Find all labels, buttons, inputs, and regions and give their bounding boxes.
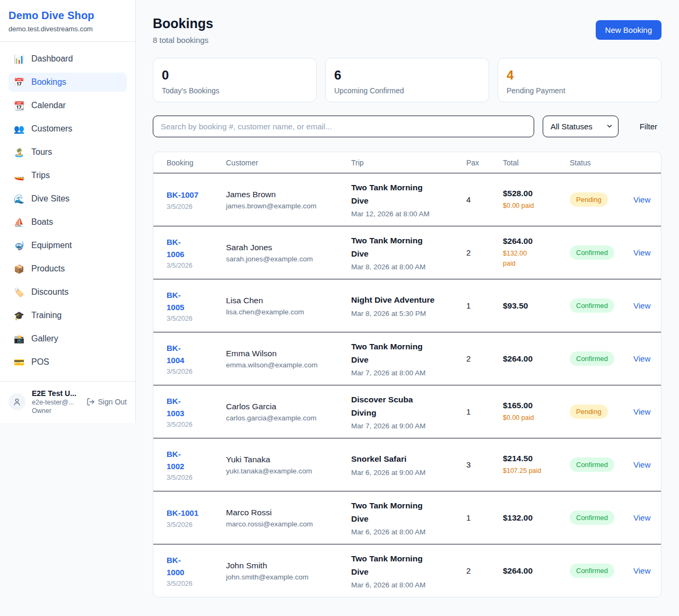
sidebar-user-footer: E2E Test U... e2e-tester@... Owner Sign … (0, 381, 135, 423)
sidebar-item-label: Customers (31, 124, 72, 134)
booking-id-link[interactable]: BK- 1003 (167, 395, 221, 420)
booking-id-link[interactable]: BK-1001 (167, 507, 221, 519)
filter-button[interactable]: Filter (636, 122, 661, 131)
booking-id-link[interactable]: BK- 1002 (167, 448, 221, 473)
trip-name: Two Tank Morning Dive (351, 499, 461, 525)
view-link[interactable]: View (633, 195, 650, 204)
sidebar-item-equipment[interactable]: 🤿 Equipment (8, 236, 127, 255)
new-booking-button[interactable]: New Booking (596, 20, 661, 40)
status-select[interactable]: All Statuses (543, 116, 619, 137)
sidebar-item-trips[interactable]: 🚤 Trips (8, 166, 127, 185)
status-badge: Confirmed (570, 351, 614, 366)
paid-amount: $0.00 paid (503, 413, 564, 423)
sign-out-icon (86, 398, 95, 406)
user-role: Owner (32, 407, 80, 415)
pax-count: 3 (466, 460, 503, 469)
trip-name: Two Tank Morning Dive (351, 552, 461, 578)
stat-card-upcoming-confirmed: 6 Upcoming Confirmed (325, 58, 489, 102)
view-link[interactable]: View (633, 566, 650, 575)
gallery-icon: 📸 (14, 334, 24, 344)
customer-email: carlos.garcia@example.com (226, 414, 346, 422)
sign-out-button[interactable]: Sign Out (86, 398, 127, 406)
sidebar-item-tours[interactable]: 🏝️ Tours (8, 143, 127, 162)
training-icon: 🎓 (14, 311, 24, 321)
table-row: BK- 1000 3/5/2026 John Smith john.smith@… (153, 544, 661, 597)
col-trip: Trip (351, 159, 466, 167)
sidebar-item-discounts[interactable]: 🏷️ Discounts (8, 283, 127, 302)
sidebar-item-customers[interactable]: 👥 Customers (8, 119, 127, 138)
sidebar-item-label: Equipment (31, 241, 72, 250)
trip-datetime: Mar 12, 2026 at 8:00 AM (351, 210, 461, 218)
customer-name: John Smith (226, 561, 346, 570)
customer-email: marco.rossi@example.com (226, 520, 346, 528)
sidebar-item-gallery[interactable]: 📸 Gallery (8, 329, 127, 348)
booking-id-link[interactable]: BK- 1000 (167, 554, 221, 579)
stat-value: 4 (507, 68, 652, 83)
view-link[interactable]: View (633, 354, 650, 363)
booking-date: 3/5/2026 (167, 203, 221, 210)
sidebar-item-products[interactable]: 📦 Products (8, 259, 127, 278)
sidebar-item-boats[interactable]: ⛵ Boats (8, 213, 127, 232)
total-amount: $264.00 (503, 566, 564, 576)
booking-date: 3/5/2026 (167, 580, 221, 587)
page-subtitle: 8 total bookings (153, 36, 213, 45)
pax-count: 1 (466, 301, 503, 310)
user-email: e2e-tester@... (32, 399, 80, 406)
customer-email: sarah.jones@example.com (226, 255, 346, 263)
stat-label: Pending Payment (507, 86, 652, 95)
sidebar-item-label: Gallery (31, 334, 58, 344)
sidebar-item-label: Trips (31, 171, 50, 180)
booking-date: 3/5/2026 (167, 262, 221, 269)
customer-email: john.smith@example.com (226, 573, 346, 581)
booking-id-link[interactable]: BK- 1005 (167, 289, 221, 314)
trips-icon: 🚤 (14, 171, 24, 181)
sidebar-item-label: Discounts (31, 287, 68, 297)
customer-name: Yuki Tanaka (226, 455, 346, 464)
calendar-icon: 📆 (14, 101, 24, 111)
trip-name: Discover Scuba Diving (351, 393, 461, 419)
trip-name: Two Tank Morning Dive (351, 181, 461, 207)
customer-name: Emma Wilson (226, 349, 346, 358)
sidebar-item-bookings[interactable]: 📅 Bookings (8, 73, 127, 92)
sidebar-item-label: Bookings (31, 77, 66, 87)
customer-name: Marco Rossi (226, 508, 346, 517)
booking-id-link[interactable]: BK- 1006 (167, 236, 221, 261)
trip-name: Night Dive Adventure (351, 294, 461, 306)
sidebar-item-training[interactable]: 🎓 Training (8, 306, 127, 325)
pax-count: 2 (466, 566, 503, 575)
booking-date: 3/5/2026 (167, 315, 221, 322)
tours-icon: 🏝️ (14, 147, 24, 157)
sidebar-item-calendar[interactable]: 📆 Calendar (8, 96, 127, 115)
sidebar-item-dashboard[interactable]: 📊 Dashboard (8, 49, 127, 68)
status-select-wrap: All Statuses (543, 116, 619, 137)
customer-email: james.brown@example.com (226, 202, 346, 210)
sidebar-item-dive-sites[interactable]: 🌊 Dive Sites (8, 189, 127, 208)
booking-date: 3/5/2026 (167, 521, 221, 529)
customer-email: lisa.chen@example.com (226, 308, 346, 316)
sidebar-item-pos[interactable]: 💳 POS (8, 353, 127, 372)
view-link[interactable]: View (633, 407, 650, 416)
search-input[interactable] (153, 116, 534, 137)
booking-date: 3/5/2026 (167, 474, 221, 481)
page-title: Bookings (153, 16, 213, 31)
view-link[interactable]: View (633, 301, 650, 310)
trip-datetime: Mar 7, 2026 at 9:00 AM (351, 422, 461, 430)
view-link[interactable]: View (633, 460, 650, 469)
view-link[interactable]: View (633, 513, 650, 522)
pax-count: 2 (466, 354, 503, 363)
person-icon (13, 398, 21, 406)
page-header: Bookings 8 total bookings New Booking (153, 16, 661, 45)
sidebar-item-label: Boats (31, 217, 53, 227)
status-badge: Confirmed (570, 298, 614, 313)
customer-email: yuki.tanaka@example.com (226, 467, 346, 475)
bookings-table: Booking Customer Trip Pax Total Status B… (153, 152, 661, 597)
filter-row: All Statuses Filter (153, 116, 661, 137)
booking-id-link[interactable]: BK- 1004 (167, 342, 221, 367)
status-badge: Confirmed (570, 564, 614, 578)
pax-count: 4 (466, 195, 503, 204)
shop-domain: demo.test.divestreams.com (8, 25, 127, 33)
view-link[interactable]: View (633, 248, 650, 257)
booking-id-link[interactable]: BK-1007 (167, 189, 221, 201)
pos-icon: 💳 (14, 357, 24, 367)
table-row: BK-1007 3/5/2026 James Brown james.brown… (153, 173, 661, 226)
